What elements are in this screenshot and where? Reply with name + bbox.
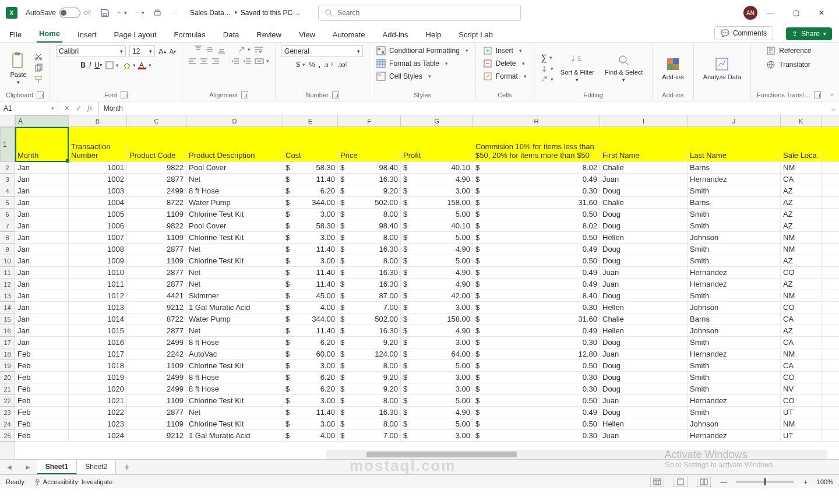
cell[interactable]: $40.10 <box>401 162 473 173</box>
quickprint-icon[interactable] <box>153 8 162 17</box>
cell[interactable]: 1022 <box>69 407 127 418</box>
cell[interactable]: $6.20 <box>283 185 338 196</box>
cell[interactable]: Doug <box>600 185 688 196</box>
cell[interactable]: 1001 <box>69 162 127 173</box>
cell[interactable]: $40.10 <box>401 220 473 231</box>
fill-icon[interactable] <box>540 65 554 73</box>
cell[interactable]: AZ <box>781 279 822 290</box>
cell[interactable]: $0.50 <box>473 209 600 220</box>
cell[interactable]: Chalie <box>600 162 688 173</box>
cell[interactable]: Net <box>186 267 283 278</box>
row-header[interactable]: 5 <box>0 197 15 209</box>
qat-customize-icon[interactable]: ⋯ <box>170 8 179 17</box>
page-layout-view-icon[interactable] <box>674 477 688 487</box>
cell[interactable]: 8 ft Hose <box>186 372 283 383</box>
add-sheet-button[interactable]: + <box>116 462 138 473</box>
horizontal-scrollbar[interactable] <box>326 450 827 459</box>
cell[interactable]: Doug <box>600 209 688 220</box>
cell[interactable]: Doug <box>600 220 688 231</box>
increase-indent-icon[interactable] <box>243 57 251 65</box>
cell[interactable]: $8.00 <box>338 255 401 266</box>
cell[interactable]: $8.40 <box>473 290 600 301</box>
row-header[interactable]: 23 <box>0 407 15 418</box>
cell[interactable]: UT <box>781 407 822 418</box>
cell[interactable]: $0.49 <box>473 407 600 418</box>
wrap-text-icon[interactable] <box>254 45 263 54</box>
cell[interactable]: 9212 <box>127 302 186 313</box>
cell[interactable]: $0.30 <box>473 383 600 394</box>
cell[interactable]: Pool Cover <box>186 162 283 173</box>
cell[interactable]: $58.30 <box>283 220 338 231</box>
row-header[interactable]: 12 <box>0 279 15 290</box>
ribbon-tab-review[interactable]: Review <box>254 27 284 43</box>
column-header[interactable]: A <box>15 115 69 126</box>
zoom-out-button[interactable]: — <box>720 478 727 485</box>
cell[interactable]: Jan <box>15 185 69 196</box>
row-header[interactable]: 2 <box>0 162 15 174</box>
cell[interactable]: $16.30 <box>338 407 401 418</box>
cell[interactable]: Smith <box>688 337 781 348</box>
redo-icon[interactable] <box>135 8 144 17</box>
cell[interactable]: Jan <box>15 337 69 348</box>
paste-button[interactable]: Paste ▾ <box>7 51 30 85</box>
cell[interactable]: 1109 <box>127 255 186 266</box>
cell[interactable]: NM <box>781 232 822 243</box>
cell[interactable]: Feb <box>15 395 69 406</box>
cell[interactable]: $98.40 <box>338 220 401 231</box>
row-header[interactable]: 3 <box>0 174 15 185</box>
cell[interactable]: $45.00 <box>283 290 338 301</box>
cell[interactable]: Feb <box>15 407 69 418</box>
cell[interactable]: NM <box>781 418 822 429</box>
cell[interactable]: $0.49 <box>473 267 600 278</box>
cell[interactable]: $8.00 <box>338 360 401 371</box>
cell[interactable]: $0.30 <box>473 185 600 196</box>
font-name-select[interactable]: Calibri▾ <box>56 45 126 57</box>
undo-icon[interactable] <box>118 8 127 17</box>
cell[interactable]: Doug <box>600 244 688 255</box>
dialog-launcher-icon[interactable] <box>37 91 44 98</box>
header-cell[interactable]: Last Name <box>688 151 781 161</box>
cell[interactable]: Hernandez <box>688 279 781 290</box>
cell[interactable]: Feb <box>15 383 69 394</box>
cell[interactable]: Smith <box>688 185 781 196</box>
cell[interactable]: CO <box>781 267 822 278</box>
cell[interactable]: $5.00 <box>401 232 473 243</box>
cell[interactable]: 9822 <box>127 162 186 173</box>
cell[interactable]: $0.49 <box>473 244 600 255</box>
cell[interactable]: Smith <box>688 372 781 383</box>
row-header[interactable]: 13 <box>0 290 15 302</box>
search-input[interactable]: Search <box>318 5 521 21</box>
cell[interactable]: $11.40 <box>283 279 338 290</box>
clear-icon[interactable] <box>540 75 554 83</box>
ribbon-collapse-icon[interactable]: ⌵ <box>827 43 837 101</box>
cell[interactable]: $0.49 <box>473 279 600 290</box>
cell[interactable]: Hernandez <box>688 348 781 360</box>
accounting-format-icon[interactable]: $ <box>296 61 305 69</box>
cell[interactable]: Hernandez <box>688 430 781 441</box>
cell[interactable]: $4.00 <box>283 430 338 441</box>
cell[interactable]: $158.00 <box>401 197 473 208</box>
cell[interactable]: Barns <box>688 313 781 325</box>
dialog-launcher-icon[interactable] <box>121 91 128 98</box>
minimize-button[interactable]: — <box>757 4 783 22</box>
cell[interactable]: $0.50 <box>473 255 600 266</box>
row-header[interactable]: 8 <box>0 232 15 244</box>
cell[interactable]: $9.20 <box>338 383 401 394</box>
cell[interactable]: Smith <box>688 209 781 220</box>
cell[interactable]: Hernandez <box>688 174 781 185</box>
header-cell[interactable]: Price <box>338 151 401 161</box>
cell[interactable]: $58.30 <box>283 162 338 173</box>
insert-cells-button[interactable]: Insert <box>482 45 523 56</box>
cell[interactable]: AZ <box>781 220 822 231</box>
cell[interactable]: $0.50 <box>473 360 600 371</box>
name-box[interactable]: A1▾ <box>0 101 58 115</box>
cell[interactable]: $98.40 <box>338 162 401 173</box>
cell[interactable]: $11.40 <box>283 407 338 418</box>
row-header[interactable]: 16 <box>0 325 15 337</box>
header-cell[interactable]: Month <box>15 151 69 161</box>
cell[interactable]: Doug <box>600 360 688 371</box>
cell[interactable]: Doug <box>600 372 688 383</box>
cell[interactable]: Net <box>186 325 283 336</box>
orientation-icon[interactable] <box>237 45 251 54</box>
cell[interactable]: 1 Gal Muratic Acid <box>186 430 283 441</box>
